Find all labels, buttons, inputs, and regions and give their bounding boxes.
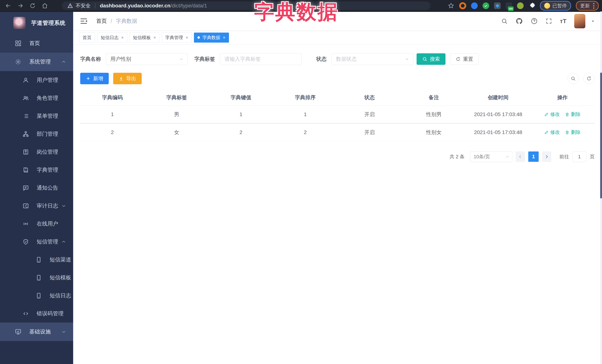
edit-link[interactable]: 修改 xyxy=(544,111,560,118)
bookmark-star-icon[interactable] xyxy=(448,2,454,9)
extension-icon[interactable] xyxy=(459,2,466,9)
extension-icon[interactable] xyxy=(494,2,501,9)
tab-label: 字典数据 xyxy=(203,35,220,41)
sidebar-item-infrastructure[interactable]: 基础设施 xyxy=(0,322,73,341)
extension-icon[interactable] xyxy=(471,2,478,9)
delete-link-label: 删除 xyxy=(571,111,580,118)
user-avatar[interactable] xyxy=(574,14,585,28)
sidebar-item-dept-mgmt[interactable]: 部门管理 xyxy=(0,125,73,143)
font-size-icon[interactable]: тT xyxy=(560,18,566,25)
tab-sms-template[interactable]: 短信模板× xyxy=(129,32,160,42)
tab-close-icon[interactable]: × xyxy=(186,35,188,40)
sidebar-item-menu-mgmt[interactable]: 菜单管理 xyxy=(0,107,73,125)
address-bar[interactable]: 不安全 dashboard.yudao.iocoder.cn/dict/type… xyxy=(62,1,430,10)
tab-home[interactable]: 首页 xyxy=(79,32,95,42)
dict-name-select[interactable]: 用户性别 xyxy=(106,53,188,65)
edit-link[interactable]: 修改 xyxy=(544,129,560,135)
sidebar-item-error-code[interactable]: 错误码管理 xyxy=(0,305,73,322)
profile-paused-chip[interactable]: 已暂停 xyxy=(540,1,571,10)
prev-page-button[interactable] xyxy=(516,151,525,162)
sidebar-item-sms-template[interactable]: 短信模板 xyxy=(0,269,73,287)
browser-back-icon[interactable] xyxy=(4,2,12,10)
current-page-button[interactable]: 1 xyxy=(528,151,539,162)
tab-label: 字典管理 xyxy=(165,35,183,41)
sidebar-item-sms-log[interactable]: 短信日志 xyxy=(0,287,73,305)
cell-value: 2 xyxy=(209,129,273,135)
page-scrollbar-thumb[interactable] xyxy=(600,73,602,198)
breadcrumb: 首页 / 字典数据 xyxy=(96,17,137,25)
sidebar-item-online-users[interactable]: 在线用户 xyxy=(0,215,73,233)
browser-update-button[interactable]: 更新 xyxy=(576,1,599,10)
search-button[interactable]: 搜索 xyxy=(417,53,445,65)
tab-close-icon[interactable]: × xyxy=(223,35,226,40)
extension-icon[interactable] xyxy=(517,2,524,9)
status-placeholder: 数据状态 xyxy=(336,56,357,62)
page-size-select[interactable]: 10条/页 xyxy=(470,151,512,162)
toolbar: 新增 导出 xyxy=(80,73,595,84)
extension-icon[interactable] xyxy=(483,2,489,9)
extensions-puzzle-icon[interactable] xyxy=(528,2,535,9)
tab-sms-log[interactable]: 短信日志× xyxy=(97,32,127,42)
chevron-up-icon xyxy=(61,239,66,245)
sidebar-item-label: 基础设施 xyxy=(29,328,51,335)
sidebar-item-sms-mgmt[interactable]: 短信管理 xyxy=(0,233,73,251)
tab-dict-data-active[interactable]: 字典数据× xyxy=(194,32,229,42)
extension-icon[interactable]: on xyxy=(505,2,512,9)
delete-link[interactable]: 删除 xyxy=(565,111,580,118)
browser-home-icon[interactable] xyxy=(41,2,49,10)
github-icon[interactable] xyxy=(516,17,523,25)
goto-page-input[interactable]: 1 xyxy=(572,151,586,162)
edit-link-label: 修改 xyxy=(550,111,560,118)
sidebar-item-audit-log[interactable]: 审计日志 xyxy=(0,197,73,215)
sidebar-item-label: 短信管理 xyxy=(37,238,58,246)
table-row[interactable]: 1 男 1 1 开启 性别男 2021-01-05 17:03:48 修改 删除 xyxy=(80,105,595,124)
cell-status: 开启 xyxy=(337,129,402,136)
browser-menu-icon[interactable] xyxy=(593,3,594,9)
tab-close-icon[interactable]: × xyxy=(153,35,156,40)
sidebar-item-post-mgmt[interactable]: 岗位管理 xyxy=(0,143,73,161)
avatar-caret-icon[interactable] xyxy=(591,19,595,23)
monitor-icon xyxy=(15,328,22,335)
dict-name-label: 字典名称 xyxy=(80,56,101,62)
sidebar-item-role-mgmt[interactable]: 角色管理 xyxy=(0,89,73,107)
sidebar-item-notice[interactable]: 通知公告 xyxy=(0,179,73,197)
help-icon[interactable] xyxy=(531,18,538,25)
sidebar-item-sms-channel[interactable]: 短信渠道 xyxy=(0,251,73,269)
sidebar-logo[interactable]: 芋道管理系统 xyxy=(0,12,73,34)
cell-sort: 2 xyxy=(273,129,337,135)
next-page-button[interactable] xyxy=(542,151,551,162)
screen: 不安全 dashboard.yudao.iocoder.cn/dict/type… xyxy=(0,0,602,364)
breadcrumb-home[interactable]: 首页 xyxy=(96,17,107,25)
sidebar-item-system[interactable]: 系统管理 xyxy=(0,52,73,71)
page-scrollbar-track[interactable] xyxy=(600,11,602,364)
sidebar-item-dict-mgmt[interactable]: 字典管理 xyxy=(0,161,73,179)
tab-dict-mgmt[interactable]: 字典管理× xyxy=(162,32,192,42)
browser-forward-icon[interactable] xyxy=(16,2,24,10)
export-button[interactable]: 导出 xyxy=(113,73,142,84)
dict-tag-input[interactable]: 请输入字典标签 xyxy=(220,53,302,65)
refresh-table-button[interactable] xyxy=(583,73,595,84)
header-search-icon[interactable] xyxy=(501,18,508,24)
reset-button[interactable]: 重置 xyxy=(450,53,479,65)
sidebar-item-home[interactable]: 首页 xyxy=(0,34,73,52)
address-divider xyxy=(95,3,95,8)
plus-icon xyxy=(86,76,91,81)
tab-close-icon[interactable]: × xyxy=(121,35,124,40)
col-header: 字典排序 xyxy=(273,94,337,101)
delete-link[interactable]: 删除 xyxy=(565,129,580,135)
sidebar-item-user-mgmt[interactable]: 用户管理 xyxy=(0,71,73,89)
add-button[interactable]: 新增 xyxy=(80,73,109,84)
table-row[interactable]: 2 女 2 2 开启 性别女 2021-01-05 17:03:48 修改 删除 xyxy=(80,124,595,141)
filter-form: 字典名称 用户性别 字典标签 请输入字典标签 状态 数据状态 xyxy=(80,53,595,65)
toggle-search-button[interactable] xyxy=(568,73,579,84)
id-badge-icon xyxy=(22,149,29,155)
table-header-row: 字典编码 字典标签 字典键值 字典排序 状态 备注 创建时间 操作 xyxy=(80,90,595,105)
breadcrumb-separator: / xyxy=(111,18,112,24)
browser-reload-icon[interactable] xyxy=(29,2,37,10)
sidebar: 芋道管理系统 首页 系统管理 用户管理 角色管理 菜单管理 部门管理 岗位管理 … xyxy=(0,12,73,364)
fullscreen-icon[interactable] xyxy=(546,18,552,24)
sidebar-item-label: 短信模板 xyxy=(50,274,71,281)
hamburger-icon[interactable] xyxy=(80,18,88,24)
status-select[interactable]: 数据状态 xyxy=(331,53,413,65)
cell-code: 1 xyxy=(80,112,144,117)
